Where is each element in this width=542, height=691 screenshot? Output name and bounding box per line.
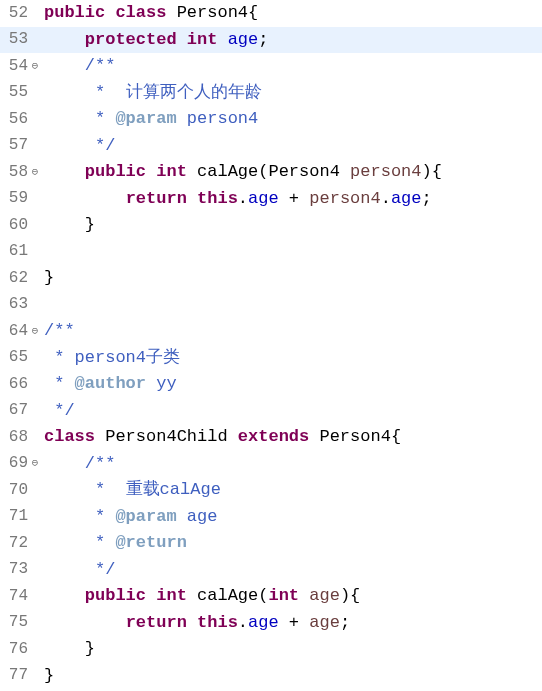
token-plain xyxy=(146,162,156,181)
token-field: age xyxy=(228,30,259,49)
token-kw: protected xyxy=(85,30,177,49)
code-line[interactable]: 66 * @author yy xyxy=(0,371,542,398)
code-content[interactable]: return this.age + age; xyxy=(40,610,542,636)
line-number: 69 xyxy=(0,451,30,476)
fold-icon[interactable]: ⊖ xyxy=(30,164,40,181)
code-line[interactable]: 74 public int calAge(int age){ xyxy=(0,583,542,610)
code-content[interactable]: * @author yy xyxy=(40,371,542,397)
code-content[interactable]: } xyxy=(40,212,542,238)
code-content[interactable]: */ xyxy=(40,398,542,424)
token-plain: . xyxy=(238,189,248,208)
line-number: 63 xyxy=(0,292,30,317)
code-line[interactable]: 62} xyxy=(0,265,542,292)
line-number: 65 xyxy=(0,345,30,370)
token-comment: person4 xyxy=(177,109,259,128)
line-number: 74 xyxy=(0,584,30,609)
token-varparam: person4 xyxy=(309,189,380,208)
token-plain: ; xyxy=(340,613,350,632)
code-line[interactable]: 63 xyxy=(0,292,542,319)
code-content[interactable]: } xyxy=(40,663,542,689)
code-content[interactable]: * person4子类 xyxy=(40,345,542,371)
token-plain: Person4Child xyxy=(95,427,238,446)
token-kw: public xyxy=(44,3,105,22)
line-number: 66 xyxy=(0,372,30,397)
line-number: 76 xyxy=(0,637,30,662)
code-line[interactable]: 73 */ xyxy=(0,557,542,584)
code-content[interactable]: class Person4Child extends Person4{ xyxy=(40,424,542,450)
token-varparam: age xyxy=(309,586,340,605)
code-content[interactable]: /** xyxy=(40,451,542,477)
token-kw: this xyxy=(197,189,238,208)
code-content[interactable]: /** xyxy=(40,53,542,79)
token-plain: ; xyxy=(422,189,432,208)
token-kw: public xyxy=(85,586,146,605)
line-number: 54 xyxy=(0,54,30,79)
code-line[interactable]: 64⊖/** xyxy=(0,318,542,345)
code-line[interactable]: 58⊖ public int calAge(Person4 person4){ xyxy=(0,159,542,186)
code-line[interactable]: 69⊖ /** xyxy=(0,451,542,478)
code-line[interactable]: 77} xyxy=(0,663,542,690)
token-plain xyxy=(187,189,197,208)
code-content[interactable]: protected int age; xyxy=(40,27,542,53)
token-plain: + xyxy=(279,189,310,208)
code-content[interactable]: */ xyxy=(40,557,542,583)
line-number: 59 xyxy=(0,186,30,211)
code-line[interactable]: 54⊖ /** xyxy=(0,53,542,80)
code-line[interactable]: 59 return this.age + person4.age; xyxy=(0,186,542,213)
token-plain: Person4{ xyxy=(166,3,258,22)
token-tag: @param xyxy=(115,109,176,128)
code-content[interactable]: public int calAge(int age){ xyxy=(40,583,542,609)
token-kw: int xyxy=(156,586,187,605)
code-line[interactable]: 55 * 计算两个人的年龄 xyxy=(0,80,542,107)
token-plain xyxy=(217,30,227,49)
code-line[interactable]: 71 * @param age xyxy=(0,504,542,531)
fold-icon[interactable]: ⊖ xyxy=(30,323,40,340)
code-content[interactable]: * 计算两个人的年龄 xyxy=(40,80,542,106)
code-line[interactable]: 56 * @param person4 xyxy=(0,106,542,133)
line-number: 62 xyxy=(0,266,30,291)
token-kw: class xyxy=(44,427,95,446)
code-content[interactable]: public class Person4{ xyxy=(40,0,542,26)
line-number: 53 xyxy=(0,27,30,52)
token-comment: /** xyxy=(85,56,116,75)
token-plain: } xyxy=(85,215,95,234)
code-content[interactable]: } xyxy=(40,636,542,662)
token-plain xyxy=(177,30,187,49)
code-content[interactable]: * @param person4 xyxy=(40,106,542,132)
token-plain: } xyxy=(44,666,54,685)
code-line[interactable]: 52public class Person4{ xyxy=(0,0,542,27)
line-number: 68 xyxy=(0,425,30,450)
code-line[interactable]: 61 xyxy=(0,239,542,266)
token-comment: /** xyxy=(85,454,116,473)
code-content[interactable]: * @return xyxy=(40,530,542,556)
token-varparam: person4 xyxy=(350,162,421,181)
code-content[interactable]: return this.age + person4.age; xyxy=(40,186,542,212)
code-content[interactable]: } xyxy=(40,265,542,291)
code-line[interactable]: 67 */ xyxy=(0,398,542,425)
code-line[interactable]: 68class Person4Child extends Person4{ xyxy=(0,424,542,451)
line-number: 52 xyxy=(0,1,30,26)
code-line[interactable]: 76 } xyxy=(0,636,542,663)
code-line[interactable]: 72 * @return xyxy=(0,530,542,557)
line-number: 55 xyxy=(0,80,30,105)
code-line[interactable]: 60 } xyxy=(0,212,542,239)
fold-icon[interactable]: ⊖ xyxy=(30,58,40,75)
code-line[interactable]: 75 return this.age + age; xyxy=(0,610,542,637)
code-line[interactable]: 65 * person4子类 xyxy=(0,345,542,372)
code-content[interactable]: * 重载calAge xyxy=(40,477,542,503)
fold-icon[interactable]: ⊖ xyxy=(30,455,40,472)
code-content[interactable]: public int calAge(Person4 person4){ xyxy=(40,159,542,185)
token-tag: @param xyxy=(115,507,176,526)
line-number: 72 xyxy=(0,531,30,556)
code-line[interactable]: 53 protected int age; xyxy=(0,27,542,54)
line-number: 67 xyxy=(0,398,30,423)
token-kw: return xyxy=(126,613,187,632)
token-field: age xyxy=(248,189,279,208)
code-line[interactable]: 57 */ xyxy=(0,133,542,160)
code-content[interactable]: */ xyxy=(40,133,542,159)
code-content[interactable]: /** xyxy=(40,318,542,344)
code-content[interactable]: * @param age xyxy=(40,504,542,530)
code-line[interactable]: 70 * 重载calAge xyxy=(0,477,542,504)
token-plain: Person4{ xyxy=(309,427,401,446)
token-plain: calAge(Person4 xyxy=(187,162,350,181)
